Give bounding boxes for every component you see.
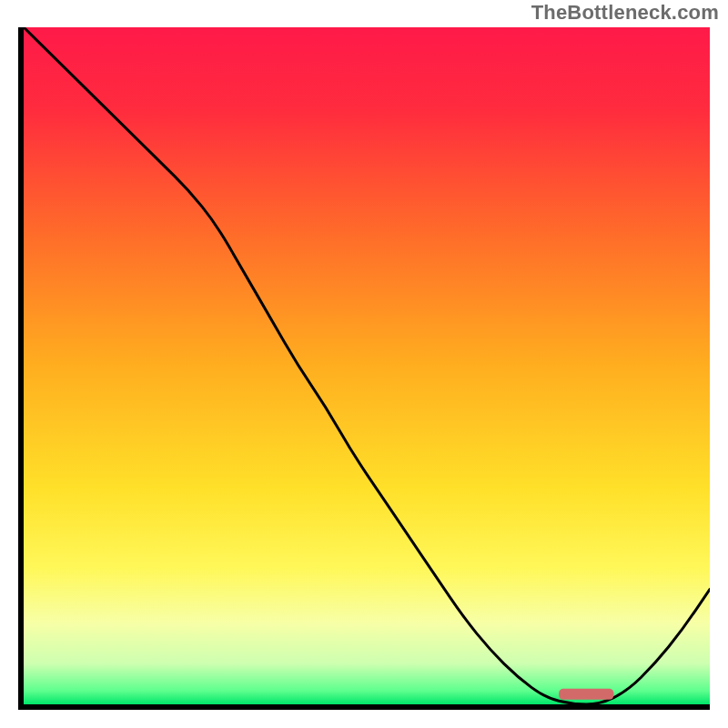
plot-area xyxy=(18,27,710,710)
bottleneck-curve xyxy=(24,27,710,704)
curve-layer xyxy=(24,27,710,704)
watermark-text: TheBottleneck.com xyxy=(531,1,719,25)
chart-container: TheBottleneck.com xyxy=(0,0,728,728)
optimal-band-marker xyxy=(559,689,613,700)
